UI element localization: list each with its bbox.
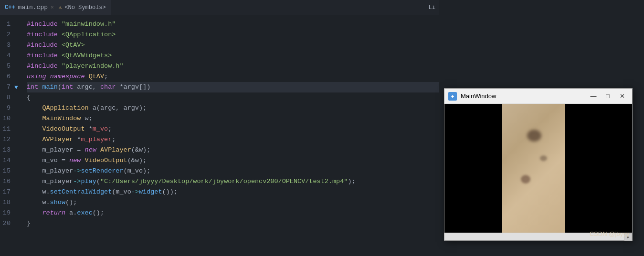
video-panel-left bbox=[444, 104, 502, 233]
tab-filename: main.cpp bbox=[18, 4, 48, 11]
code-line-8: { bbox=[27, 92, 439, 103]
video-panel-right bbox=[565, 104, 632, 233]
popup-title: MainWindow bbox=[461, 92, 583, 100]
code-line-19: return a.exec(); bbox=[27, 208, 439, 218]
watermark: CSDN @jbyyy bbox=[590, 230, 629, 237]
code-area: 1 2 3 4 5 6 7 8 9 10 11 12 13 14 15 16 1… bbox=[0, 15, 439, 256]
video-panel-center bbox=[502, 104, 565, 233]
tab-close-button[interactable]: × bbox=[51, 5, 54, 10]
code-line-15: m_player->setRenderer(m_vo); bbox=[27, 166, 439, 176]
tab-bar-right: Li bbox=[429, 4, 439, 11]
main-window-popup: ◆ MainWindow — □ ✕ ▶ CSDN @jbyyy bbox=[444, 88, 633, 241]
code-line-12: AVPlayer *m_player; bbox=[27, 134, 439, 145]
line-numbers: 1 2 3 4 5 6 7 8 9 10 11 12 13 14 15 16 1… bbox=[0, 19, 14, 252]
popup-app-icon: ◆ bbox=[448, 92, 457, 101]
code-line-9: QApplication a(argc, argv); bbox=[27, 103, 439, 113]
popup-titlebar: ◆ MainWindow — □ ✕ bbox=[444, 89, 632, 104]
code-line-4: #include <QtAVWidgets> bbox=[27, 51, 439, 61]
code-line-16: m_player->play("C:/Users/jbyyy/Desktop/w… bbox=[27, 176, 439, 187]
popup-minimize-button[interactable]: — bbox=[587, 92, 600, 101]
tab-bar: C++ main.cpp × ⚠ <No Symbols> Li bbox=[0, 0, 439, 15]
arrow-column: ▼ bbox=[14, 19, 23, 252]
code-line-10: MainWindow w; bbox=[27, 113, 439, 124]
code-lines: #include "mainwindow.h" #include <QAppli… bbox=[23, 19, 439, 252]
popup-close-button[interactable]: ✕ bbox=[616, 92, 628, 101]
code-line-6: using namespace QtAV; bbox=[27, 72, 439, 82]
popup-maximize-button[interactable]: □ bbox=[602, 92, 614, 101]
code-line-3: #include <QtAV> bbox=[27, 40, 439, 51]
tab-main-cpp[interactable]: C++ main.cpp × ⚠ <No Symbols> bbox=[0, 0, 111, 15]
code-line-13: m_player = new AVPlayer(&w); bbox=[27, 145, 439, 155]
code-line-2: #include <QApplication> bbox=[27, 30, 439, 40]
tab-no-symbols: <No Symbols> bbox=[64, 4, 106, 11]
cpp-icon: C++ bbox=[5, 4, 15, 11]
code-line-5: #include "playerwindow.h" bbox=[27, 61, 439, 72]
code-line-1: #include "mainwindow.h" bbox=[27, 19, 439, 30]
code-line-11: VideoOutput *m_vo; bbox=[27, 124, 439, 134]
tab-right-label: Li bbox=[429, 4, 435, 11]
popup-content bbox=[444, 104, 632, 233]
code-line-20: } bbox=[27, 218, 439, 229]
code-line-7: int main(int argc, char *argv[]) bbox=[27, 82, 439, 92]
popup-controls: — □ ✕ bbox=[587, 92, 628, 101]
editor-container: C++ main.cpp × ⚠ <No Symbols> Li 1 2 3 4… bbox=[0, 0, 439, 256]
tab-warning-icon: ⚠ bbox=[59, 4, 62, 10]
code-line-17: w.setCentralWidget(m_vo->widget()); bbox=[27, 187, 439, 197]
code-line-18: w.show(); bbox=[27, 197, 439, 208]
code-line-14: m_vo = new VideoOutput(&w); bbox=[27, 155, 439, 166]
